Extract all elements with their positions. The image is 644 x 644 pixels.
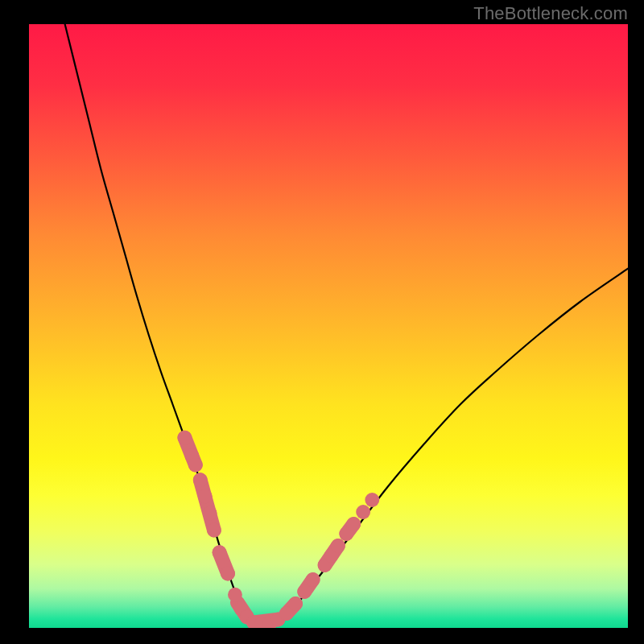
highlight-point <box>228 588 242 602</box>
highlight-point <box>178 431 192 445</box>
highlight-pill <box>200 480 214 530</box>
highlight-point <box>207 523 221 538</box>
curve-layer <box>29 24 628 628</box>
highlight-point <box>297 584 312 599</box>
watermark-text: TheBottleneck.com <box>473 3 628 24</box>
highlight-point <box>198 489 213 504</box>
highlight-point <box>213 545 227 559</box>
highlight-point <box>365 493 379 507</box>
highlight-point <box>288 597 303 611</box>
highlight-point <box>331 539 345 553</box>
highlight-point <box>193 473 208 487</box>
plot-area <box>29 24 628 628</box>
chart-stage: TheBottleneck.com <box>0 0 644 644</box>
highlight-point <box>346 517 361 531</box>
highlight-point <box>356 505 370 519</box>
highlight-point <box>188 458 203 473</box>
highlight-point <box>221 567 235 581</box>
highlight-points <box>178 431 380 628</box>
highlight-point <box>306 572 320 587</box>
highlight-point <box>203 506 217 521</box>
